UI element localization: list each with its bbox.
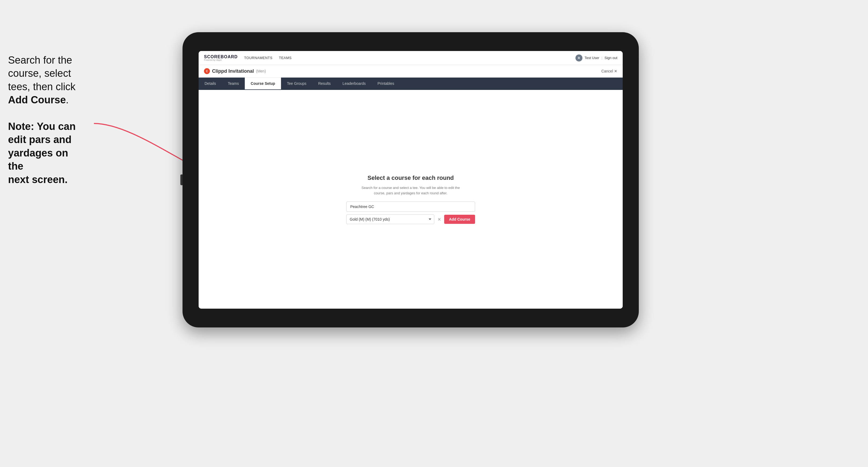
section-description: Search for a course and select a tee. Yo…: [346, 185, 475, 196]
tab-results-label: Results: [318, 81, 331, 86]
tee-row: Gold (M) (M) (7010 yds) ✕ Add Course: [346, 214, 475, 224]
sign-out-link[interactable]: Sign out: [604, 56, 617, 60]
section-title: Select a course for each round: [346, 175, 475, 181]
nav-teams[interactable]: TEAMS: [279, 56, 291, 60]
clear-tee-button[interactable]: ✕: [436, 217, 442, 222]
tab-printables-label: Printables: [378, 81, 394, 86]
main-content: Select a course for each round Search fo…: [198, 90, 623, 309]
tab-bar: Details Teams Course Setup Tee Groups Re…: [198, 77, 623, 90]
annotation-note2: edit pars and: [8, 134, 72, 145]
annotation-line3: tees, then click: [8, 81, 75, 92]
tablet-screen: SCOREBOARD Powered by clippd TOURNAMENTS…: [198, 51, 623, 309]
tournament-gender: (Men): [256, 69, 266, 73]
tab-teams[interactable]: Teams: [222, 77, 245, 90]
course-search-input[interactable]: [346, 201, 475, 212]
tab-leaderboards-label: Leaderboards: [342, 81, 366, 86]
cancel-button[interactable]: Cancel ✕: [601, 69, 617, 73]
tournament-title: C Clippd Invitational (Men): [204, 68, 266, 74]
tab-leaderboards[interactable]: Leaderboards: [337, 77, 371, 90]
tab-course-setup[interactable]: Course Setup: [245, 77, 281, 90]
annotation-note3: yardages on the: [8, 147, 68, 172]
tournament-icon: C: [204, 68, 210, 74]
nav-links: TOURNAMENTS TEAMS: [244, 56, 576, 60]
tab-details[interactable]: Details: [198, 77, 222, 90]
tablet-side-button: [180, 175, 183, 185]
tab-details-label: Details: [205, 81, 216, 86]
user-area: R Test User | Sign out: [576, 55, 617, 61]
logo-text: SCOREBOARD: [204, 55, 238, 59]
add-course-button[interactable]: Add Course: [444, 215, 475, 224]
tablet-frame: SCOREBOARD Powered by clippd TOURNAMENTS…: [183, 32, 639, 328]
top-nav: SCOREBOARD Powered by clippd TOURNAMENTS…: [198, 51, 623, 65]
annotation-period: .: [66, 94, 69, 105]
tab-results[interactable]: Results: [312, 77, 337, 90]
tab-teams-label: Teams: [228, 81, 239, 86]
annotation-line1: Search for the: [8, 55, 72, 66]
avatar: R: [576, 55, 582, 61]
annotation-bold: Add Course: [8, 94, 66, 105]
annotation-block: Search for the course, select tees, then…: [8, 54, 83, 186]
tab-printables[interactable]: Printables: [372, 77, 400, 90]
tournament-header: C Clippd Invitational (Men) Cancel ✕: [198, 65, 623, 77]
tournament-name: Clippd Invitational: [212, 68, 254, 74]
logo-area: SCOREBOARD Powered by clippd: [204, 55, 238, 61]
annotation-line2: course, select: [8, 68, 71, 79]
logo-sub: Powered by clippd: [204, 59, 238, 61]
tab-course-setup-label: Course Setup: [251, 81, 275, 86]
cancel-label: Cancel: [601, 69, 613, 73]
cancel-icon: ✕: [614, 69, 617, 73]
annotation-note4: next screen.: [8, 174, 68, 185]
tab-tee-groups[interactable]: Tee Groups: [281, 77, 312, 90]
tee-select[interactable]: Gold (M) (M) (7010 yds): [346, 214, 434, 224]
course-selection-panel: Select a course for each round Search fo…: [346, 175, 475, 224]
nav-tournaments[interactable]: TOURNAMENTS: [244, 56, 273, 60]
tab-tee-groups-label: Tee Groups: [287, 81, 306, 86]
pipe-divider: |: [601, 56, 602, 60]
user-label: Test User: [585, 56, 599, 60]
annotation-note1: Note: You can: [8, 121, 76, 132]
